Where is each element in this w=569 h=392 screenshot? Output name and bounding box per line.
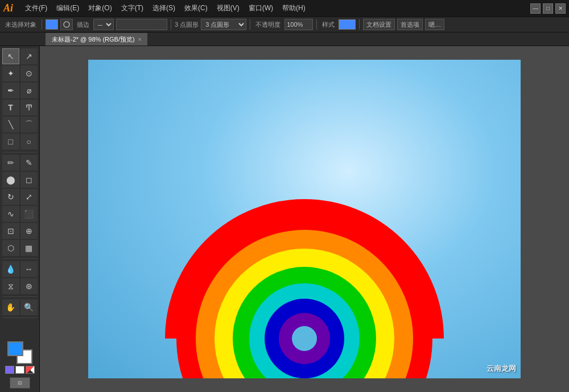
free-transform-tool[interactable]: ⬛ bbox=[20, 206, 38, 222]
toolbar-color-swatch[interactable] bbox=[46, 19, 58, 30]
document-tab[interactable]: 未标题-2* @ 98% (RGB/预览) × bbox=[46, 33, 147, 46]
line-tool[interactable]: ╲ bbox=[2, 117, 19, 133]
stroke-label: 描边 bbox=[75, 20, 91, 29]
menu-object[interactable]: 对象(O) bbox=[84, 2, 116, 14]
arc-tool[interactable]: ⌒ bbox=[20, 117, 38, 133]
menu-bar: 文件(F) 编辑(E) 对象(O) 文字(T) 选择(S) 效果(C) 视图(V… bbox=[21, 2, 527, 14]
close-button[interactable]: ✕ bbox=[555, 3, 566, 14]
pencil-tool[interactable]: ✎ bbox=[20, 155, 38, 171]
fg-bg-swatches bbox=[7, 341, 32, 364]
menu-window[interactable]: 窗口(W) bbox=[245, 2, 277, 14]
rect-tool[interactable]: □ bbox=[2, 134, 19, 150]
title-bar: Ai 文件(F) 编辑(E) 对象(O) 文字(T) 选择(S) 效果(C) 视… bbox=[0, 0, 569, 16]
style-label: 样式 bbox=[320, 20, 336, 29]
paintbrush-tool[interactable]: ✏ bbox=[2, 155, 19, 171]
menu-effect[interactable]: 效果(C) bbox=[180, 2, 212, 14]
color-panel: ⊟ bbox=[5, 341, 35, 392]
pen-tool[interactable]: ✒ bbox=[2, 82, 19, 98]
toolbar-sep-2 bbox=[171, 19, 171, 30]
tool-row-13: 💧 ↔ bbox=[2, 261, 38, 277]
menu-type[interactable]: 文字(T) bbox=[117, 2, 147, 14]
stroke-icon-toolbar[interactable] bbox=[60, 19, 73, 30]
lasso-tool[interactable]: ⊙ bbox=[20, 65, 38, 81]
none-swatch[interactable] bbox=[26, 366, 35, 374]
tool-row-9: ↻ ⤢ bbox=[2, 189, 38, 205]
svg-point-0 bbox=[64, 22, 69, 27]
tool-row-5: ╲ ⌒ bbox=[2, 117, 38, 133]
toolbar-sep-3 bbox=[250, 19, 250, 30]
menu-help[interactable]: 帮助(H) bbox=[278, 2, 310, 14]
watermark: 云南龙网 bbox=[486, 364, 516, 374]
measure-tool[interactable]: ↔ bbox=[20, 261, 38, 277]
purple-swatch[interactable] bbox=[5, 366, 14, 374]
toolbar-sep-5 bbox=[359, 19, 360, 30]
scale-tool[interactable]: ⤢ bbox=[20, 189, 38, 205]
select-tool[interactable]: ↖ bbox=[2, 48, 19, 64]
tool-row-15: ✋ 🔍 bbox=[2, 299, 38, 315]
tool-row-3: ✒ ⌀ bbox=[2, 82, 38, 98]
toolbar-sep-1 bbox=[42, 19, 42, 30]
menu-select[interactable]: 选择(S) bbox=[149, 2, 179, 14]
tool-row-14: ⧖ ⊛ bbox=[2, 278, 38, 294]
rotate-tool[interactable]: ↻ bbox=[2, 189, 19, 205]
svg-point-9 bbox=[292, 326, 317, 351]
no-selection-label: 未选择对象 bbox=[3, 20, 38, 29]
direct-select-tool[interactable]: ↗ bbox=[20, 48, 38, 64]
zoom-tool[interactable]: 🔍 bbox=[20, 299, 38, 315]
artboard: 云南龙网 bbox=[88, 60, 521, 378]
tab-close-button[interactable]: × bbox=[138, 36, 142, 43]
tab-bar: 未标题-2* @ 98% (RGB/预览) × bbox=[0, 32, 569, 46]
hand-tool[interactable]: ✋ bbox=[2, 299, 19, 315]
tool-divider-4 bbox=[3, 317, 37, 318]
maximize-button[interactable]: □ bbox=[543, 3, 553, 14]
tool-row-8: ⬤ ◻ bbox=[2, 172, 38, 188]
small-swatches bbox=[5, 366, 35, 374]
toolbox: ↖ ↗ ✦ ⊙ ✒ ⌀ T Ͳ ╲ ⌒ □ ○ ✏ ✎ ⬤ ◻ bbox=[0, 46, 40, 392]
tool-divider-1 bbox=[3, 152, 37, 152]
tab-label: 未标题-2* @ 98% (RGB/预览) bbox=[52, 35, 135, 44]
blob-brush-tool[interactable]: ⬤ bbox=[2, 172, 19, 188]
tool-row-2: ✦ ⊙ bbox=[2, 65, 38, 81]
white-swatch[interactable] bbox=[15, 366, 24, 374]
style-swatch[interactable] bbox=[339, 19, 356, 30]
warp-tool[interactable]: ∿ bbox=[2, 206, 19, 222]
tool-row-11: ⊡ ⊕ bbox=[2, 223, 38, 239]
stroke-preview bbox=[116, 19, 167, 30]
tool-row-12: ⬡ ▦ bbox=[2, 240, 38, 256]
tool-row-7: ✏ ✎ bbox=[2, 155, 38, 171]
type-tool[interactable]: T bbox=[2, 100, 19, 115]
tool-row-1: ↖ ↗ bbox=[2, 48, 38, 64]
rainbow-svg bbox=[88, 60, 521, 378]
live-paint-tool[interactable]: ⬡ bbox=[2, 240, 19, 256]
toolbar-sep-4 bbox=[316, 19, 317, 30]
column-graph-tool[interactable]: ▦ bbox=[20, 240, 38, 256]
opacity-label: 不透明度 bbox=[254, 20, 282, 29]
eyedropper-tool[interactable]: 💧 bbox=[2, 261, 19, 277]
canvas-area[interactable]: 云南龙网 bbox=[40, 46, 569, 392]
blend-tool[interactable]: ⧖ bbox=[2, 278, 19, 294]
minimize-button[interactable]: — bbox=[530, 3, 541, 14]
curvature-tool[interactable]: ⌀ bbox=[20, 82, 38, 98]
tool-divider-3 bbox=[3, 296, 37, 297]
fg-color-swatch[interactable] bbox=[7, 341, 23, 356]
stroke-dropdown[interactable]: —— bbox=[93, 19, 114, 30]
touch-type-tool[interactable]: Ͳ bbox=[20, 100, 38, 115]
opacity-input[interactable] bbox=[284, 19, 313, 30]
point-label: 3 点圆形 bbox=[175, 20, 199, 29]
tool-row-10: ∿ ⬛ bbox=[2, 206, 38, 222]
symbol-tool[interactable]: ⊛ bbox=[20, 278, 38, 294]
point-dropdown[interactable]: 3 点圆形 bbox=[201, 19, 246, 30]
first-item-button[interactable]: 首选项 bbox=[397, 19, 423, 30]
shape-builder-tool[interactable]: ⊕ bbox=[20, 223, 38, 239]
menu-edit[interactable]: 编辑(E) bbox=[52, 2, 83, 14]
doc-settings-button[interactable]: 文档设置 bbox=[363, 19, 395, 30]
extra-button[interactable]: 嗯… bbox=[425, 19, 444, 30]
menu-view[interactable]: 视图(V) bbox=[213, 2, 244, 14]
magic-wand-tool[interactable]: ✦ bbox=[2, 65, 19, 81]
menu-file[interactable]: 文件(F) bbox=[21, 2, 51, 14]
screen-mode-button[interactable]: ⊟ bbox=[10, 377, 30, 389]
eraser-tool[interactable]: ◻ bbox=[20, 172, 38, 188]
perspective-tool[interactable]: ⊡ bbox=[2, 223, 19, 239]
ai-logo: Ai bbox=[3, 2, 13, 14]
ellipse-tool[interactable]: ○ bbox=[20, 134, 38, 150]
